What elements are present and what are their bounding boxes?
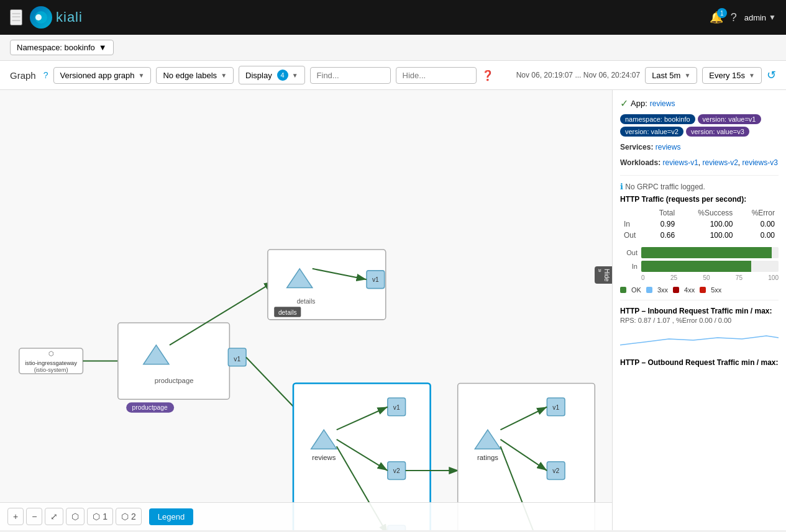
grpc-note: ℹ No GRPC traffic logged. [620,182,779,191]
workload-v1-link[interactable]: reviews-v1 [662,158,698,167]
gateway-node[interactable]: ⬡ istio-ingressgateway (istio-system) [19,348,83,374]
bar-in-track [641,261,779,272]
edge-labels-dropdown[interactable]: No edge labels ▼ [156,67,234,84]
col-success: %Success [679,207,736,219]
page-title: Graph [10,70,36,81]
chart-legend: OK 3xx 4xx 5xx [620,286,779,294]
layout-1-icon: ⬡ [93,512,100,521]
hide-panel-button[interactable]: Hide » [595,266,612,284]
row-error-out: 0.00 [736,230,779,241]
app-name-link[interactable]: reviews [650,99,675,108]
legend-5xx-label: 5xx [711,286,721,294]
namespace-label: Namespace: bookinfo [17,43,95,52]
namespace-dropdown[interactable]: Namespace: bookinfo ▼ [10,40,114,55]
zoom-out-button[interactable]: − [26,508,42,525]
details-tag-label: details [278,309,297,316]
graph-type-dropdown[interactable]: Versioned app graph ▼ [53,67,152,84]
app-info-header: ✓ App: reviews [620,97,779,109]
filter-help-icon[interactable]: ❓ [482,70,494,81]
time-range-label: Nov 06, 20:19:07 ... Nov 06, 20:24:07 [516,71,640,79]
legend-4xx-dot [673,287,679,293]
workload-v2-link[interactable]: reviews-v2 [703,158,738,167]
http-traffic-title: HTTP Traffic (requests per second): [620,195,779,204]
user-chevron-icon: ▼ [769,13,776,22]
col-error: %Error [736,207,779,219]
legend-ok-label: OK [631,286,641,294]
app-status-icon: ✓ [620,97,628,109]
refresh-interval-dropdown[interactable]: Every 15s ▼ [702,67,762,84]
bar-in-fill [641,261,751,272]
ratings-v1-label: v1 [552,404,559,411]
edge-labels-chevron-icon: ▼ [221,72,227,79]
graph-layout-button[interactable]: ⬡ [66,508,85,525]
notification-bell-button[interactable]: 🔔 1 [710,11,723,24]
layout-2-button[interactable]: ⬡ 2 [116,508,142,525]
ratings-node-label: ratings [477,454,498,461]
inbound-chart-sub: RPS: 0.87 / 1.07 , %Error 0.00 / 0.00 [620,317,779,324]
bar-chart: Out In 0 25 50 75 100 [620,247,779,281]
help-button[interactable]: ? [731,11,737,24]
time-range-dropdown[interactable]: Last 5m ▼ [645,67,697,84]
graph-type-label: Versioned app graph [60,71,135,80]
zoom-in-button[interactable]: + [7,508,24,525]
display-label: Display [245,71,272,80]
services-links: reviews [656,143,681,151]
bar-out-row: Out [620,247,779,258]
hide-input[interactable] [396,67,477,84]
bar-out-track [641,247,779,258]
bar-in-label: In [620,263,637,270]
graph-svg: ⬡ istio-ingressgateway (istio-system) v1… [0,90,612,530]
col-total: Total [647,207,679,219]
legend-5xx-dot [700,287,706,293]
user-menu[interactable]: admin ▼ [744,13,776,22]
display-dropdown[interactable]: Display 4 ▼ [239,66,305,84]
find-input[interactable] [310,67,391,84]
workloads-row: Workloads: reviews-v1, reviews-v2, revie… [620,157,779,169]
productpage-badge-label: productpage [132,404,168,411]
svg-point-1 [35,14,42,20]
kiali-logo-text: kiali [56,9,83,25]
fit-graph-button[interactable]: ⤢ [45,508,63,525]
layout-1-button[interactable]: ⬡ 1 [87,508,113,525]
main-area: ⬡ istio-ingressgateway (istio-system) v1… [0,90,786,530]
axis-0: 0 [641,274,645,281]
panel-divider-1 [620,175,779,176]
legend-button[interactable]: Legend [149,508,193,525]
traffic-table: Total %Success %Error In 0.99 100.00 0.0… [620,207,779,241]
productpage-group-box[interactable] [118,323,230,399]
layout-2-icon: ⬡ [121,512,129,521]
axis-75: 75 [736,274,743,281]
display-count-badge: 4 [277,70,288,81]
panel-divider-2 [620,300,779,300]
hide-arrows: » [596,269,603,282]
reviews-v1-label: v1 [393,404,400,411]
productpage-v1-label: v1 [234,356,240,363]
graph-type-chevron-icon: ▼ [138,72,144,79]
display-chevron-icon: ▼ [292,72,298,79]
layout-1-label: 1 [103,512,107,521]
graph-help-icon[interactable]: ? [43,70,48,80]
refresh-button[interactable]: ↺ [767,68,776,82]
svg-text:istio-ingressgateway: istio-ingressgateway [25,360,77,366]
workloads-label: Workloads: [620,158,660,167]
row-error-in: 0.00 [736,219,779,230]
hamburger-menu[interactable]: ☰ [10,9,22,25]
edge-labels-label: No edge labels [163,71,217,80]
legend-ok-dot [620,287,626,293]
tag-namespace: namespace: bookinfo [620,114,695,124]
refresh-chevron-icon: ▼ [749,72,755,79]
graph-canvas[interactable]: ⬡ istio-ingressgateway (istio-system) v1… [0,90,612,530]
tag-v1: version: value=v1 [698,114,761,124]
app-name-prefix: App: [631,99,647,108]
workload-v3-link[interactable]: reviews-v3 [743,158,778,167]
services-link[interactable]: reviews [656,143,681,151]
bar-axis: 0 25 50 75 100 [620,274,779,281]
bar-out-label: Out [620,249,637,256]
services-label: Services: [620,143,653,151]
services-row: Services: reviews [620,142,779,153]
svg-text:⬡: ⬡ [48,350,54,357]
top-navigation: ☰ kiali 🔔 1 ? admin ▼ [0,0,786,35]
inbound-chart-title: HTTP – Inbound Request Traffic min / max… [620,307,779,315]
productpage-group-label: productpage [155,377,194,384]
axis-100: 100 [768,274,779,281]
